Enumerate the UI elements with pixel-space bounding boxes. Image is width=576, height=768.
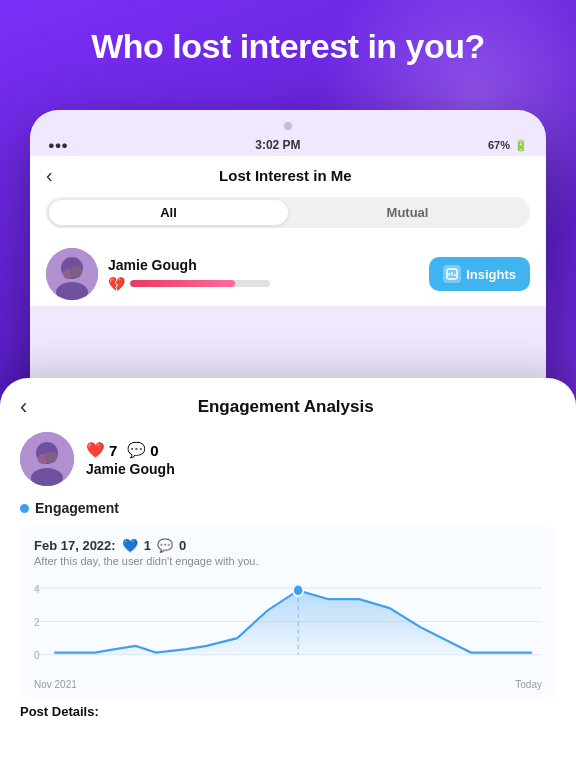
card-stats: ❤️ 7 💬 0: [86, 441, 175, 459]
comments-stat: 💬 0: [127, 441, 158, 459]
insights-icon: [443, 265, 461, 283]
svg-point-13: [45, 451, 57, 463]
signal-icon: ●●●: [48, 139, 68, 151]
post-details-label: Post Details:: [20, 704, 556, 719]
engagement-date-row: Feb 17, 2022: 💙 1 💬 0: [34, 538, 542, 553]
hearts-count: 7: [109, 442, 117, 459]
bottom-card: ‹ Engagement Analysis ❤️ 7 💬 0: [0, 378, 576, 768]
mini-comment-icon: 💬: [157, 538, 173, 553]
heart-bar-row: 💔: [108, 276, 419, 292]
insights-label: Insights: [466, 267, 516, 282]
blue-dot-icon: [20, 504, 29, 513]
section-engagement: Engagement: [20, 500, 556, 516]
battery-icon: 🔋: [514, 139, 528, 152]
engagement-box: Feb 17, 2022: 💙 1 💬 0 After this day, th…: [20, 526, 556, 698]
tab-bar: All Mutual: [46, 197, 530, 228]
svg-text:2: 2: [34, 615, 40, 628]
engagement-comments-count: 0: [179, 538, 186, 553]
tab-mutual[interactable]: Mutual: [288, 200, 527, 225]
card-back-button[interactable]: ‹: [20, 394, 27, 420]
insights-button[interactable]: Insights: [429, 257, 530, 291]
tab-all[interactable]: All: [49, 200, 288, 225]
broken-heart-icon: 💔: [108, 276, 125, 292]
card-user-name: Jamie Gough: [86, 461, 175, 477]
chart-x-end: Today: [515, 679, 542, 690]
comment-emoji: 💬: [127, 441, 146, 459]
engagement-note: After this day, the user didn't engage w…: [34, 555, 542, 567]
chart-x-labels: Nov 2021 Today: [34, 679, 542, 690]
chart-area: 4 2 0: [34, 577, 542, 677]
engagement-date: Feb 17, 2022:: [34, 538, 116, 553]
engagement-hearts-count: 1: [144, 538, 151, 553]
svg-point-4: [70, 266, 82, 278]
hearts-stat: ❤️ 7: [86, 441, 117, 459]
user-info: Jamie Gough 💔: [108, 257, 419, 292]
card-user-row: ❤️ 7 💬 0 Jamie Gough: [20, 432, 556, 486]
card-nav: ‹ Engagement Analysis: [20, 394, 556, 420]
battery-percent: 67%: [488, 139, 510, 151]
mini-heart-icon: 💙: [122, 538, 138, 553]
comments-count: 0: [150, 442, 158, 459]
back-button[interactable]: ‹: [46, 164, 53, 187]
nav-bar: ‹ Lost Interest in Me: [46, 164, 530, 187]
chart-x-start: Nov 2021: [34, 679, 77, 690]
card-user-details: ❤️ 7 💬 0 Jamie Gough: [86, 441, 175, 477]
camera-dot: [284, 122, 292, 130]
engagement-progress-fill: [130, 280, 235, 287]
heart-emoji: ❤️: [86, 441, 105, 459]
avatar: [46, 248, 98, 300]
status-bar: ●●● 3:02 PM 67% 🔋: [30, 136, 546, 156]
svg-text:0: 0: [34, 649, 40, 662]
phone-screen: ‹ Lost Interest in Me All Mutual Jamie G…: [30, 156, 546, 306]
headline: Who lost interest in you?: [0, 28, 576, 65]
screen-title: Lost Interest in Me: [65, 167, 506, 184]
status-time: 3:02 PM: [255, 138, 300, 152]
user-name: Jamie Gough: [108, 257, 419, 273]
engagement-progress-bg: [130, 280, 270, 287]
section-engagement-label: Engagement: [35, 500, 119, 516]
card-title: Engagement Analysis: [37, 397, 534, 417]
user-list-item: Jamie Gough 💔 Insights: [46, 242, 530, 306]
battery-area: 67% 🔋: [488, 139, 528, 152]
card-avatar: [20, 432, 74, 486]
svg-text:4: 4: [34, 582, 40, 595]
engagement-chart: 4 2 0: [34, 577, 542, 677]
